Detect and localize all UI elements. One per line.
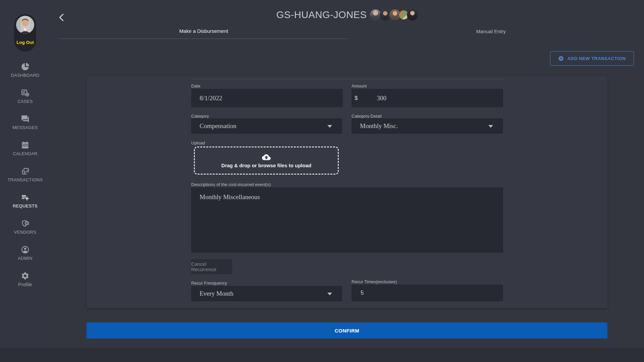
chevron-down-icon — [488, 125, 493, 128]
sidebar-item-messages[interactable]: MESSAGES — [0, 115, 50, 130]
date-input[interactable]: 8/1/2022 — [191, 89, 343, 107]
confirm-button[interactable]: CONFIRM — [87, 322, 607, 339]
messages-icon — [21, 115, 30, 123]
upload-hint: Drag & drop or browse files to upload — [221, 163, 311, 168]
sidebar-item-profile[interactable]: Profile — [0, 272, 50, 287]
chevron-down-icon — [327, 125, 332, 128]
app-root: Log Out DASHBOARD CASES — [0, 0, 644, 362]
amount-value: 300 — [377, 95, 386, 102]
category-detail-select[interactable]: Monthly Misc. — [352, 118, 503, 134]
sidebar: Log Out DASHBOARD CASES — [0, 0, 50, 362]
add-circle-icon — [558, 56, 564, 61]
sidebar-item-transactions[interactable]: TRANSACTIONS — [0, 167, 50, 182]
sidebar-item-calendar[interactable]: CALENDAR — [0, 141, 50, 156]
user-avatar[interactable] — [16, 16, 34, 34]
category-detail-label: Category Detail — [352, 114, 382, 119]
date-value: 8/1/2022 — [200, 95, 222, 102]
sidebar-item-dashboard[interactable]: DASHBOARD — [0, 62, 50, 78]
calendar-icon — [21, 141, 30, 149]
divider — [191, 79, 503, 79]
logout-button[interactable]: Log Out — [14, 14, 36, 52]
category-select[interactable]: Compensation — [191, 118, 342, 134]
recur-frequency-value: Every Month — [200, 290, 233, 297]
admin-icon — [21, 245, 30, 254]
sidebar-item-admin[interactable]: ADMIN — [0, 245, 50, 261]
cancel-recurrence-button[interactable]: Cancel Recurrence — [191, 259, 232, 274]
amount-input[interactable]: $ 300 — [352, 89, 503, 107]
category-detail-value: Monthly Misc. — [360, 122, 398, 130]
header: GS-HUANG-JONES — [50, 9, 644, 20]
recur-frequency-select[interactable]: Every Month — [191, 286, 342, 301]
description-textarea[interactable]: Monthly Miscellaneous — [191, 187, 503, 253]
recur-times-input[interactable]: 5 — [352, 285, 503, 301]
cloud-upload-icon — [262, 153, 271, 162]
pie-chart-icon — [21, 62, 30, 71]
recur-frequency-label: Recur Frenquency — [191, 281, 227, 286]
sidebar-item-cases[interactable]: CASES — [0, 88, 50, 104]
description-value: Monthly Miscellaneous — [200, 193, 260, 201]
user-photo-icon — [16, 16, 34, 34]
add-new-transaction-button[interactable]: ADD NEW TRANSACTION — [550, 51, 634, 66]
description-label: Descriptions of the cost-incurred event(… — [191, 182, 271, 187]
category-value: Compensation — [200, 122, 236, 130]
page-title: GS-HUANG-JONES — [276, 9, 367, 20]
sidebar-item-requests[interactable]: REQUESTS — [0, 193, 50, 208]
cases-icon — [21, 88, 30, 97]
chevron-down-icon — [327, 293, 332, 295]
requests-icon — [21, 193, 30, 202]
disbursement-form-card: Date 8/1/2022 Amount $ 300 Category Comp… — [87, 76, 607, 308]
tab-bar: Make a Disbursement Manual Entry — [60, 23, 635, 39]
transactions-icon — [21, 167, 30, 176]
vendors-icon — [21, 219, 30, 228]
sidebar-item-vendors[interactable]: VENDORS — [0, 219, 50, 235]
recur-times-label: Recur Times(exclusive) — [352, 279, 397, 284]
upload-label: Upload — [191, 140, 205, 145]
bottom-band — [0, 348, 644, 362]
tab-manual-entry[interactable]: Manual Entry — [347, 23, 635, 39]
add-new-transaction-label: ADD NEW TRANSACTION — [567, 56, 626, 61]
logout-label: Log Out — [16, 40, 34, 45]
recur-times-value: 5 — [361, 290, 364, 296]
currency-prefix: $ — [355, 95, 358, 102]
date-label: Date — [191, 83, 200, 88]
amount-label: Amount — [352, 83, 367, 88]
sidebar-nav: DASHBOARD CASES MESSAGES — [0, 62, 50, 298]
member-avatars — [370, 9, 418, 20]
member-avatar[interactable] — [407, 9, 418, 20]
upload-dropzone[interactable]: Drag & drop or browse files to upload — [194, 146, 339, 175]
tab-make-a-disbursement[interactable]: Make a Disbursement — [60, 23, 347, 39]
category-label: Category — [191, 114, 209, 119]
gear-icon — [21, 272, 30, 280]
